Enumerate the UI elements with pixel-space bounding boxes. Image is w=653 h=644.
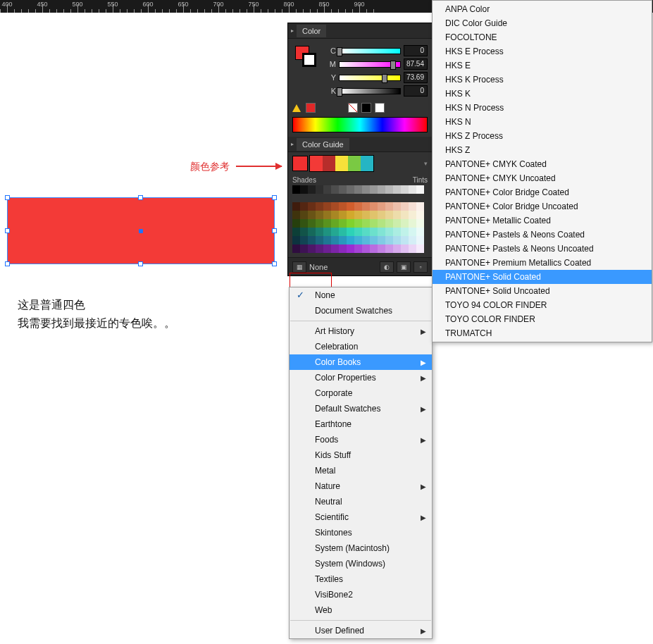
- shade-cell[interactable]: [308, 228, 316, 236]
- shade-cell[interactable]: [354, 219, 362, 228]
- shade-cell[interactable]: [354, 244, 362, 253]
- submenu-item[interactable]: ANPA Color: [433, 2, 652, 16]
- shade-cell[interactable]: [339, 194, 347, 202]
- shade-cell[interactable]: [409, 219, 416, 228]
- harmony-swatch[interactable]: [361, 156, 373, 171]
- harmony-strip[interactable]: [309, 155, 374, 172]
- shade-cell[interactable]: [292, 202, 300, 211]
- shade-cell[interactable]: [308, 211, 316, 219]
- shade-cell[interactable]: [385, 236, 393, 244]
- submenu-item[interactable]: TRUMATCH: [433, 326, 652, 340]
- fill-stroke-proxy[interactable]: [292, 43, 318, 68]
- shade-cell[interactable]: [362, 185, 370, 194]
- panel-expand-icon[interactable]: ▸: [288, 27, 297, 34]
- slider-value[interactable]: 0: [404, 45, 428, 56]
- submenu-item[interactable]: PANTONE+ Metallic Coated: [433, 213, 652, 228]
- submenu-item[interactable]: FOCOLTONE: [433, 30, 652, 44]
- menu-item[interactable]: Earthtone: [290, 416, 432, 432]
- submenu-item[interactable]: DIC Color Guide: [433, 16, 652, 30]
- submenu-item[interactable]: HKS N Process: [433, 101, 652, 115]
- shade-cell[interactable]: [339, 244, 347, 253]
- shade-cell[interactable]: [339, 219, 347, 228]
- shade-cell[interactable]: [385, 244, 393, 253]
- swatch-library-menu[interactable]: None✓Document SwatchesArt History▶Celebr…: [289, 287, 433, 639]
- shade-cell[interactable]: [300, 194, 308, 202]
- shade-cell[interactable]: [370, 228, 378, 236]
- shade-cell[interactable]: [385, 194, 393, 202]
- shade-cell[interactable]: [347, 244, 354, 253]
- submenu-item[interactable]: HKS N: [433, 115, 652, 129]
- resize-handle-ne[interactable]: [272, 195, 277, 200]
- shade-cell[interactable]: [378, 244, 385, 253]
- shade-cell[interactable]: [308, 244, 316, 253]
- shade-cell[interactable]: [323, 202, 331, 211]
- menu-item[interactable]: Kids Stuff: [290, 447, 432, 463]
- shade-cell[interactable]: [401, 228, 409, 236]
- shade-cell[interactable]: [416, 228, 424, 236]
- shade-cell[interactable]: [300, 228, 308, 236]
- shade-cell[interactable]: [385, 219, 393, 228]
- menu-item[interactable]: Neutral: [290, 494, 432, 509]
- shade-cell[interactable]: [308, 202, 316, 211]
- shade-cell[interactable]: [370, 202, 378, 211]
- shade-cell[interactable]: [316, 219, 323, 228]
- shade-cell[interactable]: [300, 244, 308, 253]
- shade-cell[interactable]: [409, 228, 416, 236]
- harmony-swatch[interactable]: [310, 156, 323, 171]
- shade-cell[interactable]: [308, 219, 316, 228]
- shade-cell[interactable]: [331, 244, 339, 253]
- slider-thumb[interactable]: [390, 61, 396, 70]
- shade-cell[interactable]: [300, 185, 308, 194]
- shade-cell[interactable]: [308, 236, 316, 244]
- dropdown-icon[interactable]: ▾: [424, 160, 428, 167]
- menu-item[interactable]: Textiles: [290, 571, 432, 587]
- shade-cell[interactable]: [385, 202, 393, 211]
- shade-cell[interactable]: [401, 202, 409, 211]
- edit-colors-button[interactable]: ◐: [380, 261, 394, 273]
- shade-cell[interactable]: [393, 211, 401, 219]
- menu-item[interactable]: System (Windows): [290, 556, 432, 571]
- shade-cell[interactable]: [378, 194, 385, 202]
- menu-item[interactable]: Color Books▶: [290, 354, 432, 370]
- submenu-item[interactable]: PANTONE+ Pastels & Neons Coated: [433, 228, 652, 242]
- menu-item[interactable]: Metal: [290, 463, 432, 478]
- shade-cell[interactable]: [331, 236, 339, 244]
- menu-item[interactable]: Nature▶: [290, 478, 432, 494]
- shade-cell[interactable]: [409, 194, 416, 202]
- harmony-swatch[interactable]: [323, 156, 335, 171]
- shade-cell[interactable]: [292, 185, 300, 194]
- shade-cell[interactable]: [401, 236, 409, 244]
- color-panel-tab[interactable]: Color: [297, 25, 326, 37]
- shade-cell[interactable]: [416, 211, 424, 219]
- shade-cell[interactable]: [370, 194, 378, 202]
- slider-thumb[interactable]: [337, 47, 342, 56]
- resize-handle-se[interactable]: [272, 261, 277, 266]
- shade-cell[interactable]: [385, 185, 393, 194]
- submenu-item[interactable]: PANTONE+ CMYK Uncoated: [433, 171, 652, 185]
- menu-item[interactable]: Foods▶: [290, 432, 432, 447]
- menu-item[interactable]: Celebration: [290, 339, 432, 354]
- shade-cell[interactable]: [370, 211, 378, 219]
- slider-value[interactable]: 73.69: [404, 72, 428, 83]
- panel-expand-icon[interactable]: ▸: [288, 141, 297, 147]
- shade-cell[interactable]: [370, 219, 378, 228]
- shade-cell[interactable]: [378, 202, 385, 211]
- limit-button[interactable]: ▦: [292, 261, 306, 273]
- shade-cell[interactable]: [323, 244, 331, 253]
- shade-cell[interactable]: [393, 228, 401, 236]
- shade-cell[interactable]: [393, 202, 401, 211]
- shade-cell[interactable]: [378, 211, 385, 219]
- shade-cell[interactable]: [339, 228, 347, 236]
- menu-item[interactable]: System (Macintosh): [290, 540, 432, 556]
- submenu-item[interactable]: PANTONE+ Solid Coated: [433, 270, 652, 284]
- shade-cell[interactable]: [362, 202, 370, 211]
- shade-cell[interactable]: [300, 202, 308, 211]
- menu-item[interactable]: Art History▶: [290, 323, 432, 339]
- shade-cell[interactable]: [409, 202, 416, 211]
- shade-cell[interactable]: [409, 211, 416, 219]
- submenu-item[interactable]: PANTONE+ Color Bridge Uncoated: [433, 199, 652, 213]
- shade-cell[interactable]: [323, 194, 331, 202]
- resize-handle-nw[interactable]: [5, 195, 10, 200]
- shade-cell[interactable]: [316, 185, 323, 194]
- shade-cell[interactable]: [292, 244, 300, 253]
